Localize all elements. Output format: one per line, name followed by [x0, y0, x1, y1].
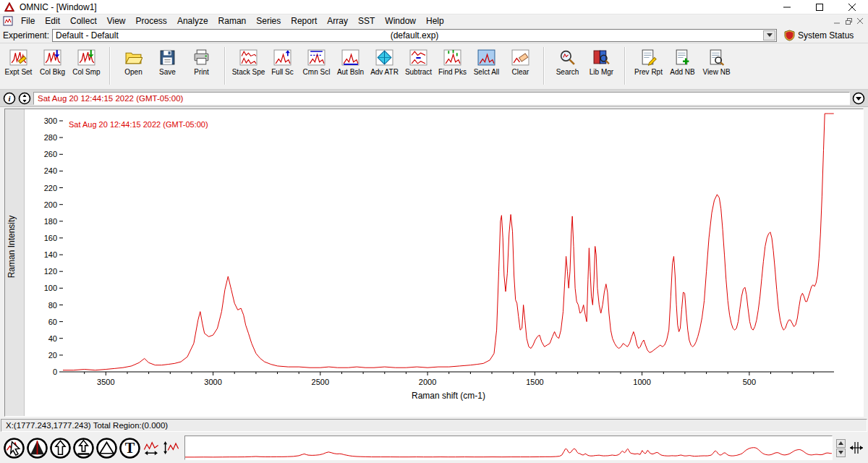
- toolbar-button-clear[interactable]: Clear: [503, 46, 537, 78]
- toolbar-button-lib-mgr[interactable]: Lib Mgr: [584, 46, 618, 78]
- menu-edit[interactable]: Edit: [40, 15, 65, 27]
- toolbar-separator: [224, 47, 226, 85]
- experiment-combobox[interactable]: Default - Default (default.exp): [52, 29, 777, 42]
- menu-help[interactable]: Help: [421, 15, 449, 27]
- menu-collect[interactable]: Collect: [65, 15, 102, 27]
- col-smp-icon: [77, 48, 96, 67]
- toolbar-button-print[interactable]: Print: [184, 46, 218, 78]
- window-list-button[interactable]: [852, 92, 865, 105]
- clear-icon: [511, 48, 530, 67]
- expand-horizontal-tool[interactable]: [142, 437, 161, 459]
- overview-spinner: [836, 439, 846, 457]
- svg-text:2000: 2000: [419, 378, 436, 386]
- toolbar-button-search[interactable]: Search: [550, 46, 584, 78]
- menu-analyze[interactable]: Analyze: [172, 15, 213, 27]
- svg-text:1000: 1000: [633, 378, 650, 386]
- title-toggle-button[interactable]: [18, 92, 31, 105]
- svg-text:260: 260: [44, 150, 57, 158]
- menu-file[interactable]: File: [16, 15, 40, 27]
- annotation-tool[interactable]: T: [119, 437, 140, 459]
- toolbar-button-aut-bsln[interactable]: Aut Bsln: [333, 46, 367, 78]
- svg-text:140: 140: [44, 250, 57, 259]
- maximize-button[interactable]: [803, 0, 835, 14]
- toolbar-button-expt-set[interactable]: Expt Set: [1, 46, 35, 78]
- toolbar-button-label: Prev Rpt: [634, 68, 663, 76]
- toolbar-button-label: Stack Spe: [232, 68, 265, 76]
- toolbar-button-col-bkg[interactable]: Col Bkg: [35, 46, 69, 78]
- child-minimize-button[interactable]: [831, 16, 843, 26]
- status-bar: X:(1777.243,1777.243) Total Region:(0.00…: [0, 418, 868, 433]
- toolbar-button-stack-spe[interactable]: Stack Spe: [231, 46, 265, 78]
- spectrum-title-field[interactable]: Sat Aug 20 12:44:15 2022 (GMT-05:00): [33, 92, 850, 105]
- toolbar-button-label: Adv ATR: [370, 68, 399, 76]
- window-info-button[interactable]: i: [3, 92, 16, 105]
- toolbar-button-add-nb[interactable]: Add NB: [665, 46, 699, 78]
- toolbar-button-label: Find Pks: [438, 68, 467, 76]
- main-toolbar: Expt SetCol BkgCol SmpOpenSavePrintStack…: [0, 43, 868, 90]
- title-bar: OMNIC - [Window1]: [0, 0, 868, 14]
- stack-icon: [239, 48, 258, 67]
- y-axis-title: Raman Intensity: [7, 216, 17, 279]
- search-icon: [558, 48, 577, 67]
- print-icon: [192, 48, 211, 67]
- svg-text:60: 60: [48, 318, 57, 326]
- find-pks-icon: [443, 48, 462, 67]
- close-button[interactable]: [835, 0, 868, 14]
- experiment-dropdown-arrow[interactable]: [763, 30, 775, 41]
- minimize-button[interactable]: [770, 0, 803, 14]
- svg-text:40: 40: [48, 334, 57, 343]
- toolbar-button-save[interactable]: Save: [150, 46, 184, 78]
- toolbar-button-label: Selct All: [474, 68, 500, 76]
- svg-text:0: 0: [53, 368, 57, 376]
- toolbar-button-cmn-scl[interactable]: Cmn Scl: [299, 46, 333, 78]
- selection-tool[interactable]: [3, 437, 25, 459]
- child-restore-button[interactable]: [843, 16, 854, 26]
- toolbar-button-col-smp[interactable]: Col Smp: [69, 46, 103, 78]
- toolbar-button-selct-all[interactable]: Selct All: [469, 46, 503, 78]
- menu-report[interactable]: Report: [286, 15, 322, 27]
- toolbar-button-label: Clear: [512, 68, 529, 76]
- spectral-area: Raman Intensity0204060801001201401601802…: [0, 107, 868, 418]
- svg-text:80: 80: [48, 301, 57, 310]
- menu-view[interactable]: View: [102, 15, 131, 27]
- menu-window[interactable]: Window: [380, 15, 421, 27]
- toolbar-button-view-nb[interactable]: View NB: [699, 46, 733, 78]
- raman-spectrum-chart[interactable]: Raman Intensity0204060801001201401601802…: [5, 109, 863, 416]
- toolbar-button-label: Lib Mgr: [590, 68, 613, 76]
- peak-height-tool[interactable]: [26, 437, 48, 459]
- svg-text:500: 500: [743, 378, 756, 386]
- toolbar-button-label: Print: [194, 68, 209, 76]
- svg-text:240: 240: [44, 166, 57, 175]
- menu-raman[interactable]: Raman: [213, 15, 252, 27]
- svg-text:3000: 3000: [204, 378, 221, 386]
- spinner-up-button[interactable]: [836, 439, 846, 448]
- full-scale-tool[interactable]: [49, 437, 71, 459]
- menu-process[interactable]: Process: [131, 15, 172, 27]
- menu-sst[interactable]: SST: [353, 15, 380, 27]
- child-close-button[interactable]: [854, 16, 866, 26]
- menu-series[interactable]: Series: [251, 15, 286, 27]
- toolbar-button-label: Save: [159, 68, 176, 76]
- svg-text:280: 280: [44, 133, 57, 142]
- child-window-controls: [831, 16, 866, 26]
- cursor-readout: X:(1777.243,1777.243) Total Region:(0.00…: [1, 419, 867, 432]
- toolbar-button-subtract[interactable]: Subtract: [401, 46, 435, 78]
- menu-array[interactable]: Array: [322, 15, 353, 27]
- spinner-down-button[interactable]: [836, 449, 846, 457]
- toolbar-button-find-pks[interactable]: Find Pks: [435, 46, 469, 78]
- toolbar-button-label: Aut Bsln: [337, 68, 364, 76]
- toolbar-button-adv-atr[interactable]: Adv ATR: [367, 46, 401, 78]
- child-window-menu-icon[interactable]: [1, 16, 14, 26]
- toolbar-button-full-sc[interactable]: Full Sc: [265, 46, 299, 78]
- roll-zoom-button[interactable]: [848, 438, 865, 457]
- overview-strip[interactable]: [184, 436, 833, 460]
- system-status[interactable]: System Status: [784, 30, 865, 41]
- expand-vertical-tool[interactable]: [162, 437, 181, 459]
- common-scale-tool[interactable]: [72, 437, 94, 459]
- toolbar-button-prev-rpt[interactable]: Prev Rpt: [631, 46, 665, 78]
- region-tool[interactable]: [95, 437, 117, 459]
- svg-text:220: 220: [44, 184, 57, 192]
- overview-spectrum-trace: [185, 438, 833, 457]
- toolbar-button-open[interactable]: Open: [116, 46, 150, 78]
- svg-text:1500: 1500: [526, 378, 543, 386]
